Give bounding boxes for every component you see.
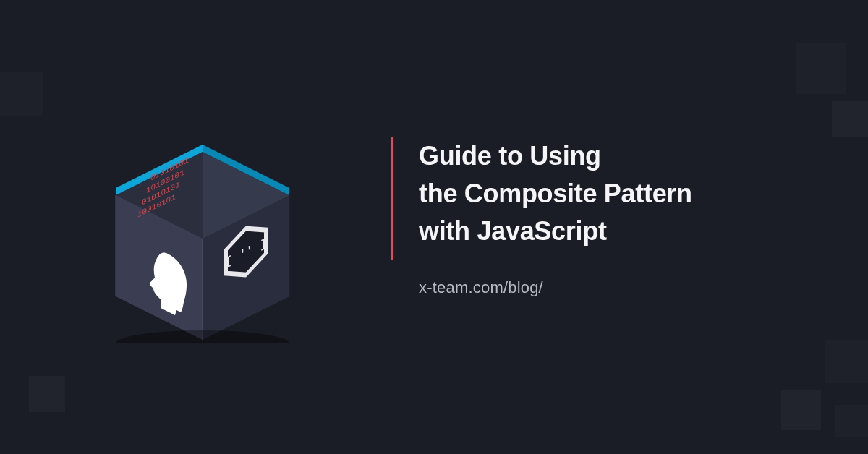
title-line: Guide to Using	[419, 137, 692, 175]
page-title: Guide to Using the Composite Pattern wit…	[419, 137, 692, 251]
title-line: the Composite Pattern	[419, 175, 692, 213]
accent-divider	[391, 137, 393, 260]
svg-point-11	[116, 330, 289, 343]
site-url: x-team.com/blog/	[419, 278, 692, 297]
title-line: with JavaScript	[419, 213, 692, 250]
text-block: Guide to Using the Composite Pattern wit…	[391, 137, 692, 297]
cube-illustration: 01010101 10100101 01010101 10010101 [ ''…	[94, 127, 311, 343]
